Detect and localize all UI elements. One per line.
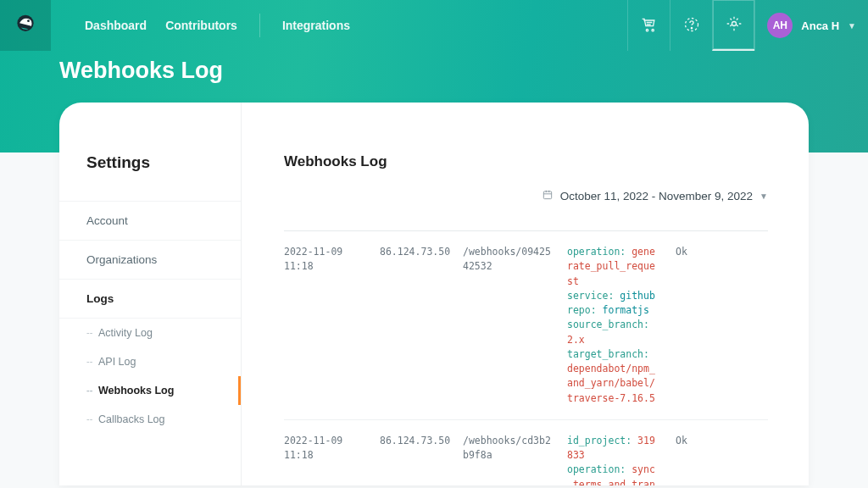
cart-icon (641, 16, 658, 36)
app-logo[interactable] (0, 0, 51, 51)
page-title: Webhooks Log (59, 58, 809, 84)
sidebar-sub-api-log[interactable]: API Log (59, 347, 241, 376)
page-title-wrap: Webhooks Log (0, 51, 868, 103)
main-panel: Webhooks Log October 11, 2022 - November… (242, 103, 809, 485)
sidebar-title: Settings (59, 153, 241, 201)
nav-contributors[interactable]: Contributors (165, 19, 237, 32)
cell-ip: 86.124.73.50 (380, 245, 448, 406)
parrot-icon (14, 13, 37, 39)
nav-separator (259, 14, 260, 37)
topbar-right: AH Anca H ▼ (627, 0, 868, 51)
svg-point-1 (27, 19, 30, 22)
nav-integrations[interactable]: Integrations (282, 19, 350, 32)
sidebar-sub-callbacks-log[interactable]: Callbacks Log (59, 405, 241, 434)
sidebar-sub-webhooks-log[interactable]: Webhooks Log (59, 376, 241, 405)
table-row: 2022-11-09 11:18 86.124.73.50 /webhooks/… (284, 231, 768, 420)
calendar-icon (542, 189, 554, 203)
sidebar-item-organizations[interactable]: Organizations (59, 241, 241, 280)
user-name: Anca H (801, 19, 839, 32)
svg-point-6 (732, 21, 736, 25)
topbar: Dashboard Contributors Integrations AH A… (0, 0, 868, 51)
nav-dashboard[interactable]: Dashboard (85, 19, 147, 32)
cart-button[interactable] (627, 0, 670, 51)
svg-point-2 (646, 29, 648, 30)
cell-url: /webhooks/cd3b2b9f8a (463, 434, 552, 485)
cell-url: /webhooks/0942542532 (463, 245, 552, 406)
help-icon (683, 16, 700, 36)
chevron-down-icon: ▼ (760, 191, 768, 201)
cell-ip: 86.124.73.50 (380, 434, 448, 485)
sidebar-item-logs[interactable]: Logs (59, 280, 241, 319)
cell-status: Ok (676, 434, 701, 485)
help-button[interactable] (670, 0, 712, 51)
sidebar-item-account[interactable]: Account (59, 201, 241, 241)
date-range-text: October 11, 2022 - November 9, 2022 (560, 190, 753, 202)
settings-sidebar: Settings Account Organizations Logs Acti… (59, 103, 242, 485)
user-menu[interactable]: AH Anca H ▼ (754, 0, 868, 51)
table-row: 2022-11-09 11:18 86.124.73.50 /webhooks/… (284, 420, 768, 485)
chevron-down-icon: ▼ (848, 21, 856, 30)
svg-point-3 (652, 29, 654, 30)
cell-payload: operation: generate_pull_request service… (567, 245, 660, 406)
main-title: Webhooks Log (284, 153, 768, 170)
sidebar-sub-activity-log[interactable]: Activity Log (59, 319, 241, 347)
cell-timestamp: 2022-11-09 11:18 (284, 434, 364, 485)
date-range-picker[interactable]: October 11, 2022 - November 9, 2022 ▼ (284, 189, 768, 203)
gear-icon (726, 15, 743, 35)
svg-point-5 (691, 27, 692, 28)
content-card: Settings Account Organizations Logs Acti… (59, 103, 809, 485)
cell-status: Ok (676, 245, 701, 406)
svg-rect-7 (543, 191, 551, 199)
settings-button[interactable] (712, 0, 754, 51)
avatar: AH (767, 13, 793, 38)
cell-timestamp: 2022-11-09 11:18 (284, 245, 364, 406)
cell-payload: id_project: 319833 operation: sync_terms… (567, 434, 660, 485)
top-nav: Dashboard Contributors Integrations (85, 14, 350, 37)
log-table: 2022-11-09 11:18 86.124.73.50 /webhooks/… (284, 230, 768, 485)
